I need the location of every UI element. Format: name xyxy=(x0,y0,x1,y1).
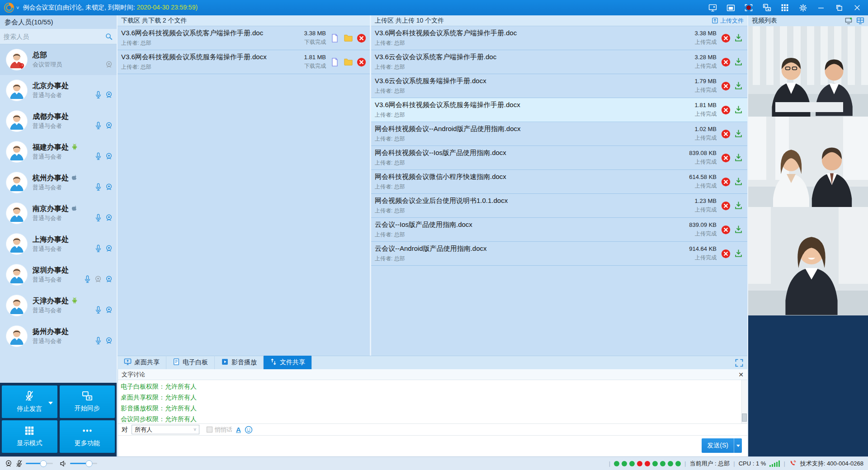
webcam-icon[interactable] xyxy=(5,460,13,468)
tab-file-share[interactable]: 文件共享 xyxy=(264,356,312,369)
screen-share-icon[interactable] xyxy=(708,3,717,12)
participant-row[interactable]: 成都办事处普通与会者 xyxy=(0,106,117,136)
font-style-icon[interactable]: A xyxy=(236,426,241,433)
webcam-off-icon[interactable] xyxy=(94,275,102,285)
search-icon[interactable] xyxy=(105,33,113,41)
participant-row[interactable]: 扬州办事处普通与会者 xyxy=(0,321,117,352)
more-dots-button[interactable]: 更多功能 xyxy=(60,420,115,453)
webcam-icon[interactable] xyxy=(105,122,113,132)
delete-file-icon[interactable] xyxy=(721,177,731,187)
mic-icon[interactable] xyxy=(94,244,102,255)
emoji-icon[interactable] xyxy=(245,426,253,434)
delete-file-icon[interactable] xyxy=(357,33,366,43)
recipient-select[interactable]: 所有人˅ xyxy=(132,425,199,434)
upload-file-row[interactable]: V3.6云会议会议系统客户端操作手册.doc上传者: 总部3.28 MB上传完成 xyxy=(371,50,747,74)
participant-row[interactable]: 总部会议管理员 xyxy=(0,44,117,75)
close-icon[interactable] xyxy=(853,3,862,12)
mic-icon[interactable] xyxy=(94,306,102,316)
presentation-icon[interactable] xyxy=(726,3,735,12)
upload-file-row[interactable]: 网会视频会议企业后台使用说明书1.0.1.docx上传者: 总部1.23 MB上… xyxy=(371,194,747,218)
open-file-icon[interactable] xyxy=(330,33,340,43)
download-file-row[interactable]: V3.6网会科技视频会议系统客户端操作手册.doc上传者: 总部3.38 MB下… xyxy=(118,26,370,50)
grid-icon[interactable] xyxy=(780,3,789,12)
speaker-volume-slider[interactable] xyxy=(70,463,97,464)
webcam-icon[interactable] xyxy=(105,244,113,254)
download-file-icon[interactable] xyxy=(734,81,744,91)
upload-file-button[interactable]: 上传文件 xyxy=(712,17,744,25)
tab-media-play[interactable]: 影音播放 xyxy=(215,356,264,369)
delete-file-icon[interactable] xyxy=(721,81,731,91)
tab-desktop-share[interactable]: 桌面共享 xyxy=(118,356,166,369)
participant-row[interactable]: 北京办事处普通与会者 xyxy=(0,75,117,106)
mic-icon[interactable] xyxy=(84,275,91,286)
sync-screens-icon[interactable] xyxy=(762,3,771,12)
video-thumbnail-2[interactable] xyxy=(748,117,868,207)
upload-file-row[interactable]: V3.6网会科技视频会议系统客户端操作手册.doc上传者: 总部3.38 MB上… xyxy=(371,26,747,50)
mic-volume-slider[interactable] xyxy=(26,463,53,464)
chat-close-icon[interactable]: ✕ xyxy=(738,371,744,378)
upload-file-row[interactable]: 网会科技视频会议--Ios版产品使用指南.docx上传者: 总部839.08 K… xyxy=(371,146,747,170)
webcam-icon[interactable] xyxy=(105,306,113,316)
send-button[interactable]: 发送(S) xyxy=(702,438,734,453)
delete-file-icon[interactable] xyxy=(721,201,731,211)
mic-muted-icon[interactable] xyxy=(15,460,23,468)
participant-row[interactable]: 深圳办事处普通与会者 xyxy=(0,259,117,290)
webcam-off-icon[interactable] xyxy=(105,61,113,70)
expand-icon[interactable] xyxy=(735,358,744,367)
webcam-icon[interactable] xyxy=(105,275,113,285)
download-file-row[interactable]: V3.6网会科技视频会议系统服务端操作手册.docx上传者: 总部1.81 MB… xyxy=(118,50,370,74)
upload-file-row[interactable]: 网会科技视频会议微信小程序快速指南.docx上传者: 总部614.58 KB上传… xyxy=(371,170,747,194)
speaker-icon[interactable] xyxy=(59,460,67,468)
download-file-icon[interactable] xyxy=(734,33,744,43)
mic-icon[interactable] xyxy=(94,90,102,101)
chevron-down-icon[interactable]: ˅ xyxy=(16,5,19,10)
video-thumbnail-1[interactable] xyxy=(748,26,868,117)
mic-icon[interactable] xyxy=(94,183,102,193)
download-file-icon[interactable] xyxy=(734,249,744,258)
chat-scrollbar-thumb[interactable] xyxy=(742,414,747,422)
video-layout-icon[interactable] xyxy=(856,17,864,24)
delete-file-icon[interactable] xyxy=(721,105,731,115)
whisper-checkbox[interactable] xyxy=(207,427,212,432)
upload-file-row[interactable]: 网会科技视频会议--Android版产品使用指南.docx上传者: 总部1.02… xyxy=(371,122,747,146)
open-folder-icon[interactable] xyxy=(344,57,353,67)
minimize-icon[interactable] xyxy=(816,3,826,12)
mic-icon[interactable] xyxy=(94,152,102,163)
participant-row[interactable]: 上海办事处普通与会者 xyxy=(0,229,117,259)
dropdown-caret-icon[interactable] xyxy=(48,402,53,404)
message-input[interactable]: 发送(S) xyxy=(118,436,747,456)
mic-icon[interactable] xyxy=(94,213,102,224)
delete-file-icon[interactable] xyxy=(721,57,731,67)
webcam-icon[interactable] xyxy=(105,337,113,347)
mic-off-button[interactable]: 停止发言 xyxy=(2,385,57,418)
upload-file-row[interactable]: 云会议--Ios版产品使用指南.docx上传者: 总部839.09 KB上传完成 xyxy=(371,218,747,242)
delete-file-icon[interactable] xyxy=(721,33,731,43)
delete-file-icon[interactable] xyxy=(357,57,366,67)
participant-row[interactable]: 天津办事处普通与会者 xyxy=(0,290,117,321)
search-input[interactable] xyxy=(4,33,105,40)
delete-file-icon[interactable] xyxy=(721,153,731,163)
camera-status-icon[interactable] xyxy=(844,17,853,24)
open-folder-icon[interactable] xyxy=(344,33,353,43)
sync-screens-button[interactable]: 开始同步 xyxy=(60,385,115,418)
participant-row[interactable]: 杭州办事处普通与会者 xyxy=(0,167,117,198)
video-thumbnail-3[interactable] xyxy=(748,207,868,315)
record-icon[interactable] xyxy=(744,3,753,12)
download-file-icon[interactable] xyxy=(734,153,744,163)
download-file-icon[interactable] xyxy=(734,129,744,139)
settings-gear-icon[interactable] xyxy=(798,3,807,12)
webcam-icon[interactable] xyxy=(105,183,113,193)
upload-file-row[interactable]: V3.6云会议系统服务端操作手册.docx上传者: 总部1.79 MB上传完成 xyxy=(371,74,747,98)
delete-file-icon[interactable] xyxy=(721,249,731,258)
maximize-icon[interactable] xyxy=(835,3,844,12)
upload-file-row[interactable]: 云会议--Android版产品使用指南.docx上传者: 总部914.64 KB… xyxy=(371,242,747,266)
download-file-icon[interactable] xyxy=(734,57,744,67)
mic-icon[interactable] xyxy=(94,121,102,132)
download-file-icon[interactable] xyxy=(734,225,744,235)
grid-button[interactable]: 显示模式 xyxy=(2,420,57,453)
download-file-icon[interactable] xyxy=(734,201,744,211)
webcam-icon[interactable] xyxy=(105,91,113,101)
delete-file-icon[interactable] xyxy=(721,225,731,235)
download-file-icon[interactable] xyxy=(734,177,744,187)
webcam-icon[interactable] xyxy=(105,214,113,224)
